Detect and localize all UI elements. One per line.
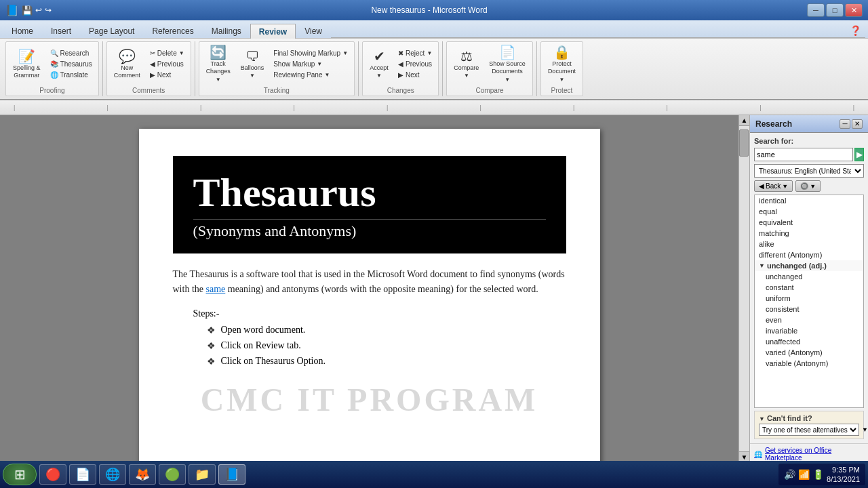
list-item-invariable[interactable]: invariable	[755, 325, 863, 336]
tray-network-icon[interactable]: 🔊	[784, 469, 795, 480]
scroll-up-btn[interactable]: ▲	[739, 115, 749, 126]
tab-references[interactable]: References	[143, 23, 202, 38]
show-source-label: Show SourceDocuments	[489, 60, 526, 75]
reject-button[interactable]: ✖ Reject ▼	[395, 48, 435, 58]
thesaurus-label: Thesaurus	[60, 60, 92, 68]
list-item-constant[interactable]: constant	[755, 282, 863, 293]
app-body: Thesaurus (Synonyms and Antonyms) The Th…	[0, 115, 868, 473]
list-item-unaffected[interactable]: unaffected	[755, 336, 863, 347]
list-item-consistent[interactable]: consistent	[755, 304, 863, 314]
tab-review[interactable]: Review	[250, 24, 296, 39]
tab-page-layout[interactable]: Page Layout	[80, 23, 143, 38]
compare-button[interactable]: ⚖ Compare ▼	[450, 47, 483, 81]
back-button[interactable]: ◀ Back ▼	[754, 180, 793, 192]
system-tray: 🔊 📶 🔋 9:35 PM 8/13/2021	[778, 464, 865, 486]
list-item-unchanged[interactable]: unchanged	[755, 271, 863, 282]
list-item-equivalent[interactable]: equivalent	[755, 217, 863, 228]
search-input[interactable]	[754, 148, 853, 161]
taskbar-word-button[interactable]: 📘	[218, 464, 245, 485]
alt-arrow: ▼	[861, 425, 868, 434]
next-comment-icon: ▶	[150, 71, 155, 79]
tab-home[interactable]: Home	[3, 23, 42, 38]
rp-close-button[interactable]: ✕	[852, 119, 863, 129]
minimize-button[interactable]: ─	[807, 3, 825, 17]
list-item-varied[interactable]: varied (Antonym)	[755, 347, 863, 358]
ribbon-tabs: Home Insert Page Layout References Maili…	[0, 20, 868, 38]
start-button[interactable]: ⊞	[3, 464, 37, 485]
balloons-button[interactable]: 🗨 Balloons ▼	[237, 47, 269, 81]
list-item-different[interactable]: different (Antonym)	[755, 249, 863, 260]
list-category-unchanged[interactable]: ▼ unchanged (adj.)	[755, 260, 863, 271]
changes-group: ✔ Accept ▼ ✖ Reject ▼ ◀ Previous ▶	[362, 41, 439, 96]
forward-button[interactable]: 🔘 ▼	[795, 180, 821, 192]
translate-button[interactable]: 🌐 Translate	[47, 70, 96, 80]
vertical-scrollbar[interactable]: ▲ ▼	[738, 115, 749, 462]
show-source-button[interactable]: 📄 Show SourceDocuments ▼	[485, 43, 530, 85]
taskbar-app-2[interactable]: 📄	[69, 464, 96, 485]
protect-document-button[interactable]: 🔒 ProtectDocument ▼	[544, 43, 580, 85]
bullet-3: ❖	[207, 356, 216, 367]
delete-icon: ✂	[150, 49, 155, 57]
quick-save-icon[interactable]: 💾	[22, 5, 33, 16]
list-item-uniform[interactable]: uniform	[755, 293, 863, 304]
new-comment-button[interactable]: 💬 NewComment	[110, 47, 144, 81]
thesaurus-button[interactable]: 📚 Thesaurus	[47, 59, 96, 69]
list-item-alike[interactable]: alike	[755, 239, 863, 249]
reviewing-pane-arrow: ▼	[324, 72, 330, 78]
scroll-thumb[interactable]	[739, 129, 749, 157]
redo-icon[interactable]: ↪	[45, 5, 52, 15]
doc-scroll[interactable]: Thesaurus (Synonyms and Antonyms) The Th…	[0, 115, 738, 462]
reviewing-pane-button[interactable]: Reviewing Pane ▼	[270, 70, 351, 80]
tab-mailings[interactable]: Mailings	[203, 23, 250, 38]
taskbar-app-3[interactable]: 🌐	[99, 464, 126, 485]
accept-button[interactable]: ✔ Accept ▼	[366, 47, 393, 81]
scroll-track[interactable]	[739, 126, 749, 451]
show-markup-button[interactable]: Show Markup ▼	[270, 59, 351, 69]
rp-minimize-button[interactable]: ─	[840, 119, 850, 129]
title-bar-left: 📘 💾 ↩ ↪	[5, 4, 52, 17]
list-item-matching[interactable]: matching	[755, 228, 863, 239]
protect-icon: 🔒	[553, 45, 570, 59]
maximize-button[interactable]: □	[826, 3, 844, 17]
alternatives-select[interactable]: Try one of these alternatives	[759, 424, 859, 436]
close-button[interactable]: ✕	[845, 3, 863, 17]
search-button[interactable]: ▶	[854, 148, 864, 161]
comments-group: 💬 NewComment ✂ Delete ▼ ◀ Previous ▶	[106, 41, 191, 96]
show-markup-arrow: ▼	[317, 61, 322, 67]
ruler: ||||| |||||	[0, 100, 868, 115]
office-marketplace-link[interactable]: 🌐 Get services on Office Marketplace	[754, 447, 864, 462]
final-markup-label: Final Showing Markup	[273, 49, 340, 57]
list-item-even[interactable]: even	[755, 314, 863, 325]
thesaurus-results-list[interactable]: identical equal equivalent matching alik…	[754, 195, 864, 408]
list-item-equal[interactable]: equal	[755, 206, 863, 217]
taskbar-app-1[interactable]: 🔴	[39, 464, 66, 485]
next-comment-button[interactable]: ▶ Next	[146, 70, 188, 80]
tab-view[interactable]: View	[296, 23, 331, 38]
tab-insert[interactable]: Insert	[42, 23, 80, 38]
spelling-grammar-button[interactable]: 📝 Spelling &Grammar	[9, 47, 45, 81]
undo-icon[interactable]: ↩	[35, 5, 42, 15]
prev-comment-icon: ◀	[150, 60, 155, 68]
prev-change-button[interactable]: ◀ Previous	[395, 59, 435, 69]
prev-comment-button[interactable]: ◀ Previous	[146, 59, 188, 69]
list-item-identical[interactable]: identical	[755, 195, 863, 206]
highlight-same-word: same	[206, 284, 226, 294]
help-icon[interactable]: ❓	[846, 24, 865, 38]
date-display: 8/13/2021	[827, 474, 860, 484]
doc-body-paragraph[interactable]: The Thesaurus is a software tool that is…	[173, 267, 566, 298]
tray-volume-icon[interactable]: 📶	[798, 469, 810, 480]
research-button[interactable]: 🔍 Research	[47, 48, 96, 58]
prev-change-icon: ◀	[398, 60, 403, 68]
taskbar-app-5[interactable]: 🟢	[159, 464, 186, 485]
final-markup-dropdown[interactable]: Final Showing Markup ▼	[270, 48, 351, 58]
thesaurus-language-select[interactable]: Thesaurus: English (United Sta	[754, 164, 864, 178]
list-item-variable[interactable]: variable (Antonym)	[755, 358, 863, 369]
separator-4	[442, 41, 443, 96]
track-changes-button[interactable]: 🔄 TrackChanges ▼	[202, 43, 235, 85]
tray-battery-icon[interactable]: 🔋	[812, 469, 824, 480]
next-change-button[interactable]: ▶ Next	[395, 70, 435, 80]
delete-button[interactable]: ✂ Delete ▼	[146, 48, 188, 58]
system-clock[interactable]: 9:35 PM 8/13/2021	[827, 465, 860, 485]
taskbar-browser-icon[interactable]: 🦊	[129, 464, 156, 485]
taskbar-explorer-icon[interactable]: 📁	[189, 464, 216, 485]
